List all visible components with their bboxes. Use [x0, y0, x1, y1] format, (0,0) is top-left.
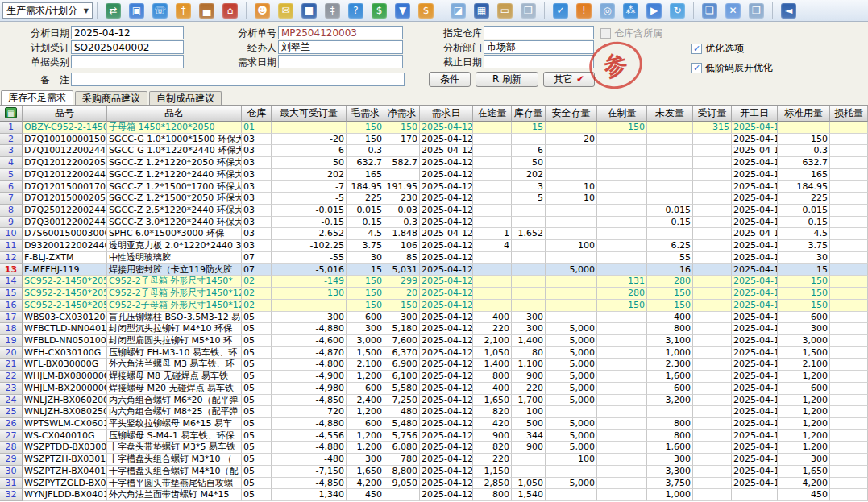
column-header[interactable]: 净需求 [384, 106, 420, 122]
column-header[interactable]: 品名 [107, 106, 242, 122]
column-header[interactable]: 在途量 [473, 106, 512, 122]
table-row[interactable]: 18WFBCTLD-NN040100G封闭型沉头拉铆钉 M4*10 环保05-4… [0, 323, 868, 335]
report-icon[interactable]: ◪ [451, 3, 466, 19]
export-excel-icon[interactable]: ▦ [5, 107, 17, 118]
cell [830, 359, 868, 371]
table-row[interactable]: 14SC952-2-1450*2050-1C952-2子母箱 外形尺寸1450*… [0, 276, 868, 288]
table-row[interactable]: 8D7Q2501220024400GSGCC-Z 2.5*1220*2440 环… [0, 205, 868, 217]
table-row[interactable]: 16SC952-2-1450*2050-1C952-2子母箱 外形尺寸1450*… [0, 300, 868, 312]
alert-icon[interactable]: ! [576, 3, 592, 19]
money-icon[interactable]: $ [372, 3, 387, 19]
module-dropdown[interactable]: 生产需求/计划分 ▼ [2, 2, 93, 19]
analysis-no-field[interactable] [278, 26, 403, 39]
column-header[interactable]: 标准用量 [778, 106, 830, 122]
table-row[interactable]: 19WFBLD-NN050100G封闭型扁圆头拉铆钉 M5*10 环05-4,6… [0, 335, 868, 347]
column-header[interactable]: 毛需求 [347, 106, 384, 122]
table-row[interactable]: 25WNLJZH-BX080250G内六角组合螺钉 M8*25（配平弹05720… [0, 406, 868, 418]
table-row[interactable]: 29WSZPTZH-BX030100G十字槽盘头组合螺钉 M3*10 （05-4… [0, 454, 868, 466]
network-icon[interactable]: ⁂ [623, 3, 638, 19]
toolbar-separator [693, 2, 694, 19]
column-header[interactable]: 品号 [23, 106, 107, 122]
copy-icon[interactable]: ❐ [521, 3, 536, 19]
table-row[interactable]: 23WHJLM-BX200000G焊接螺母 M20 无碰焊点 易车铁05-4,9… [0, 383, 868, 395]
audit-icon[interactable]: ◎ [600, 3, 615, 19]
column-header[interactable]: 开工日 [732, 106, 778, 122]
table-row[interactable]: 20WFH-CX030100G压铆螺钉 FH-M3-10 易车铁、环05-4,8… [0, 347, 868, 359]
refresh-button[interactable]: R 刷新 [476, 72, 538, 87]
mail-icon[interactable]: ✉ [278, 3, 293, 19]
table-row[interactable]: 31WSZPYTZGLD-BX040150十字槽平圆头带垫燕尾钻自攻螺05-4,… [0, 478, 868, 490]
warehouse-include-checkbox[interactable]: 仓库含所属 [600, 27, 662, 39]
window-cascade-icon[interactable]: ❐ [749, 3, 764, 19]
bookmark-icon[interactable]: ■ [301, 3, 317, 19]
package-icon[interactable]: ▭ [497, 3, 513, 19]
remote-icon[interactable]: ▶ [646, 3, 662, 19]
phone-icon[interactable]: ☏ [152, 3, 168, 19]
column-header[interactable]: 在制量 [597, 106, 647, 122]
table-row[interactable]: 5D7Q1201220024400GSGCC-Z 1.2*1220*2440 环… [0, 169, 868, 181]
warehouse-field[interactable] [484, 26, 594, 39]
payroll-icon[interactable]: $ [418, 3, 434, 19]
briefcase-icon[interactable]: ▄ [199, 3, 214, 19]
table-row[interactable]: 9D7Q3001220024400GSGCC-Z 3.0*1220*2440 环… [0, 217, 868, 229]
column-header[interactable]: 受订量 [693, 106, 732, 122]
tab-1[interactable]: 采购商品建议 [75, 91, 147, 105]
exit-icon[interactable]: ◄ [781, 3, 796, 19]
end-date-field[interactable] [484, 55, 594, 68]
lowlevel-checkbox[interactable]: ✓ 低阶码展开优化 [691, 61, 773, 74]
analysis-date-field[interactable] [71, 26, 184, 39]
plan-order-field[interactable] [71, 40, 184, 54]
table-row[interactable]: 2D7Q1001000015000GSGCC-G 1.0*1000*1500 环… [0, 134, 868, 146]
remark-field[interactable] [71, 73, 405, 86]
column-header[interactable]: 仓库 [242, 106, 272, 122]
pin-icon[interactable]: ‡ [325, 3, 340, 19]
approve-icon[interactable]: ✓ [553, 3, 568, 19]
other-button[interactable]: 其它 ✔ [543, 72, 595, 87]
table-row[interactable]: 22WHJLM-BX080000G焊接螺母 M8 无碰焊点 易车铁05-4,90… [0, 371, 868, 383]
doc-type-field[interactable] [71, 55, 184, 68]
demand-date-field[interactable] [278, 55, 403, 68]
monitor-icon[interactable]: ▣ [129, 3, 144, 19]
table-row[interactable]: 6D7Q1201500017000GSGCC-Z 1.2*1500*1700 环… [0, 181, 868, 193]
table-row[interactable]: 10D7S6001500030000GSPHC 6.0*1500*3000 环保… [0, 228, 868, 240]
table-row[interactable]: 12F-BLJ-ZXTM中性透明玻璃胶07-5530852025-04-1255… [0, 252, 868, 264]
lock-icon[interactable]: † [176, 3, 191, 19]
table-row[interactable]: 27WS-CX040010G压铆螺母 S-M4-1 易车铁、环保05-4,556… [0, 430, 868, 442]
table-row[interactable]: 15SC952-2-1450*2050-1C952-2子母箱 外形尺寸1450*… [0, 288, 868, 300]
optimize-checkbox[interactable]: ✓ 优化选项 [691, 42, 744, 55]
table-row[interactable]: 24WNLJZH-BX060200G内六角组合螺钉 M6*20（配平弹05-4,… [0, 395, 868, 407]
sync-icon[interactable]: ↻ [670, 3, 685, 19]
table-row[interactable]: 28WSZPTDD-BX030050G十字盘头带垫螺钉 M3*5 易车铁05-4… [0, 442, 868, 454]
table-row[interactable]: 4D7Q1201220020500GSGCC-Z 1.2*1220*2050 环… [0, 157, 868, 169]
table-row[interactable]: 1OBZY-C952-2-1450*20子母箱 1450*1200*205001… [0, 122, 868, 134]
column-header[interactable]: 安全存量 [546, 106, 597, 122]
table-row[interactable]: 7D7Q1201500020500GSGCC-Z 1.2*1500*2050 环… [0, 193, 868, 205]
column-header[interactable]: 需求日 [420, 106, 473, 122]
window-close-icon[interactable]: ✕ [725, 3, 741, 19]
table-row[interactable]: 30WSZPTZH-BX040100G十字槽盘头组合螺钉 M4*10（配05-7… [0, 466, 868, 478]
users-icon[interactable]: ☻ [255, 3, 270, 19]
condition-button[interactable]: 条件 [429, 72, 471, 87]
column-header[interactable]: 损耗量 [830, 106, 868, 122]
table-row[interactable]: 3D7Q1001220024400GSGCC-G 1.0*1220*2440 环… [0, 145, 868, 157]
column-header[interactable]: 未发量 [647, 106, 693, 122]
home-icon[interactable]: ⌂ [222, 3, 238, 19]
table-row[interactable]: 21WFL-BX030000G外六角法兰螺母 M3 易车铁、环05-4,8002… [0, 359, 868, 371]
help-icon[interactable]: ? [348, 3, 363, 19]
column-header[interactable]: 最大可受订量 [272, 106, 347, 122]
column-header[interactable]: 库存量 [512, 106, 546, 122]
excel-header-cell[interactable]: ▦ [0, 106, 23, 122]
dept-field[interactable] [484, 40, 594, 54]
handler-field[interactable] [278, 40, 403, 54]
tab-2[interactable]: 自制成品建议 [149, 91, 222, 105]
table-row[interactable]: 11D932001220024400G透明亚克力板 2.0*1220*2440 … [0, 240, 868, 252]
tab-0[interactable]: 库存不足需求 [1, 90, 73, 105]
cart-icon[interactable]: ▼ [395, 3, 410, 19]
table-row[interactable]: 32WYNJFLDD-BX040150G外六角法兰面带齿螺钉 M4*15051,… [0, 489, 868, 501]
table-row[interactable]: 13F-MFFHJ-119焊接用密封胶（卡立119防火胶07-5,016155,… [0, 264, 868, 276]
window-restore-icon[interactable]: ❏ [702, 3, 717, 19]
table-row[interactable]: 17WBS03-CX030120G盲孔压铆螺柱 BSO-3.5M3-12 易05… [0, 312, 868, 324]
table-row[interactable]: 26WPTSWLM-CX060150G平头竖纹拉铆螺母 M6*15 易车05-4… [0, 418, 868, 430]
calculator-icon[interactable]: ▦ [474, 3, 489, 19]
workflow-icon[interactable]: ⇄ [106, 3, 121, 19]
